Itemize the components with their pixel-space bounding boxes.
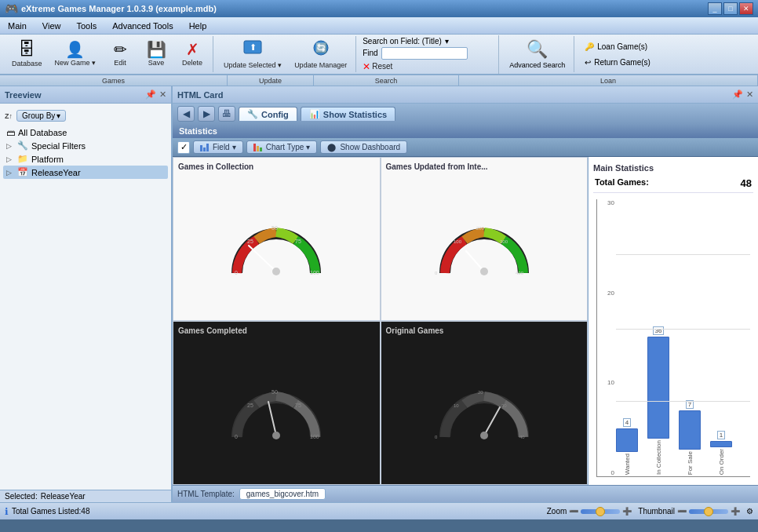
database-button[interactable]: 🗄 Database [6,38,48,70]
new-game-icon: 👤 [65,42,85,57]
menu-main[interactable]: Main [0,17,35,35]
html-card-panel: HTML Card 📌 ✕ ◀ ▶ 🖶 🔧 Config 📊 Show Stat… [173,86,758,502]
update-selected-button[interactable]: ⬆ Update Selected [218,37,287,71]
thumbnail-minus-icon[interactable]: ➖ [677,507,687,516]
window-controls[interactable]: _ □ ✕ [708,2,753,15]
update-manager-button[interactable]: 🔄 Update Manager [289,37,352,71]
zoom-label: Zoom [547,507,567,516]
maximize-button[interactable]: □ [723,2,738,15]
back-button[interactable]: ◀ [177,106,195,122]
search-field-label: Search on Field: (Title) [363,37,442,46]
field-button[interactable]: Field ▾ [193,140,243,154]
minimize-button[interactable]: _ [708,2,722,15]
loan-game-button[interactable]: 🔑 Loan Game(s) [581,40,654,53]
svg-point-24 [272,432,280,439]
treeview-close-icon[interactable]: ✕ [159,89,166,100]
y-label-20: 20 [597,290,614,297]
gauge-original-canvas: 0 10 20 30 40 [384,338,585,481]
new-game-button[interactable]: 👤 New Game [49,39,102,69]
bar-onorder-value: 1 [717,431,725,439]
zoom-minus-icon[interactable]: ➖ [569,507,578,516]
print-button[interactable]: 🖶 [218,106,235,122]
bar-forsale-label: For Sale [687,451,694,476]
loan-game-icon: 🔑 [585,42,594,51]
database-icon: 🗄 [18,41,35,58]
expand-icon-special: ▷ [6,142,14,150]
delete-button[interactable]: ✗ Delete [175,39,210,69]
group-by-button[interactable]: Group By ▾ [16,110,66,122]
show-stats-label: Show Statistics [323,110,387,119]
svg-text:0: 0 [235,270,238,275]
close-button[interactable]: ✕ [739,2,753,15]
tree-item-release-year[interactable]: ▷ 📅 ReleaseYear [3,166,168,179]
status-bar: ℹ Total Games Listed:48 Zoom ➖ ➕ Thumbna… [0,502,758,519]
gauge-collection-canvas: 0 25 50 75 100 [177,174,377,317]
bar-wanted-label: Wanted [624,454,631,476]
search-toolbar-group: Search on Field: (Title) ▾ Find ✕ Reset [358,35,499,74]
settings-icon[interactable]: ⚙ [746,507,753,516]
show-statistics-tab[interactable]: 📊 Show Statistics [301,107,395,121]
field-dropdown-icon[interactable]: ▾ [445,37,449,46]
dashboard-icon: ⬤ [327,143,336,151]
advanced-search-button[interactable]: 🔍 Advanced Search [504,37,570,71]
html-card-header: HTML Card 📌 ✕ [173,86,758,104]
svg-text:10: 10 [454,403,459,408]
y-label-0: 0 [597,469,614,476]
config-tab[interactable]: 🔧 Config [239,107,297,121]
svg-text:0: 0 [435,271,438,275]
zoom-thumb[interactable] [596,507,605,516]
zoom-slider[interactable] [581,509,620,514]
stat-toolbar: ✓ Field ▾ Chart Type ▾ [173,138,758,157]
treeview-title: Treeview [5,90,41,100]
html-card-title: HTML Card [177,90,223,100]
statistics-panel: Main Statistics Total Games: 48 0 [589,157,758,485]
menu-view[interactable]: View [35,17,69,35]
bar-on-order: 1 On Order [710,431,732,476]
tree-item-platform[interactable]: ▷ 📁 Platform [3,152,168,166]
gauge-original-svg: 0 10 20 30 40 [433,374,535,445]
thumbnail-control: Thumbnail ➖ ➕ [638,507,740,516]
gauge-updated-svg: 0 100 200 300 400 [433,210,535,281]
bar-collection-label: In Collection [655,440,662,476]
svg-text:0: 0 [435,435,438,439]
thumbnail-thumb[interactable] [704,507,713,516]
return-game-button[interactable]: ↩ Return Game(s) [581,56,654,69]
window-title: eXtreme Games Manager 1.0.3.9 (example.m… [21,4,217,13]
reset-button[interactable]: ✕ Reset [363,61,494,72]
y-label-10: 10 [597,379,614,386]
menu-advanced-tools[interactable]: Advanced Tools [104,17,180,35]
advanced-search-group: 🔍 Advanced Search [501,36,574,72]
svg-point-17 [480,268,488,275]
toolbar-labels: Games Update Search Loan [0,75,758,86]
search-input[interactable] [381,47,468,60]
html-card-pin-icon[interactable]: 📌 [732,89,743,100]
pin-icon[interactable]: 📌 [145,89,156,100]
save-button[interactable]: 💾 Save [139,39,173,69]
show-dashboard-button[interactable]: ⬤ Show Dashboard [320,140,407,154]
grid-line-10 [616,401,750,402]
main-toolbar: 🗄 Database 👤 New Game ✏ Edit 💾 Save ✗ De… [0,35,758,75]
search-field-selector: Search on Field: (Title) ▾ [363,37,494,46]
tree-item-all-database[interactable]: 🗃 All Database [3,126,168,139]
special-filters-label: Special Filters [31,141,86,151]
edit-button[interactable]: ✏ Edit [103,39,137,69]
gauge-collection-title: Games in Collection [177,161,377,174]
gauge-collection-svg: 0 25 50 75 100 [225,210,327,281]
tree-item-special-filters[interactable]: ▷ 🔧 Special Filters [3,139,168,152]
content-area: Games in Collection [173,157,758,485]
zoom-plus-icon[interactable]: ➕ [622,507,632,516]
find-label: Find [363,49,377,57]
thumbnail-slider[interactable] [689,509,728,514]
field-checkbox[interactable]: ✓ [177,141,190,154]
return-game-icon: ↩ [585,58,591,67]
thumbnail-plus-icon[interactable]: ➕ [731,507,740,516]
forward-button[interactable]: ▶ [198,106,215,122]
gauge-original-title: Original Games [384,325,585,338]
selected-value: ReleaseYear [41,492,86,501]
menu-tools[interactable]: Tools [69,17,105,35]
config-label: Config [261,110,289,119]
menu-help[interactable]: Help [181,17,215,35]
chart-type-button[interactable]: Chart Type ▾ [246,140,318,154]
html-card-close-icon[interactable]: ✕ [746,89,753,100]
svg-text:100: 100 [310,270,319,275]
